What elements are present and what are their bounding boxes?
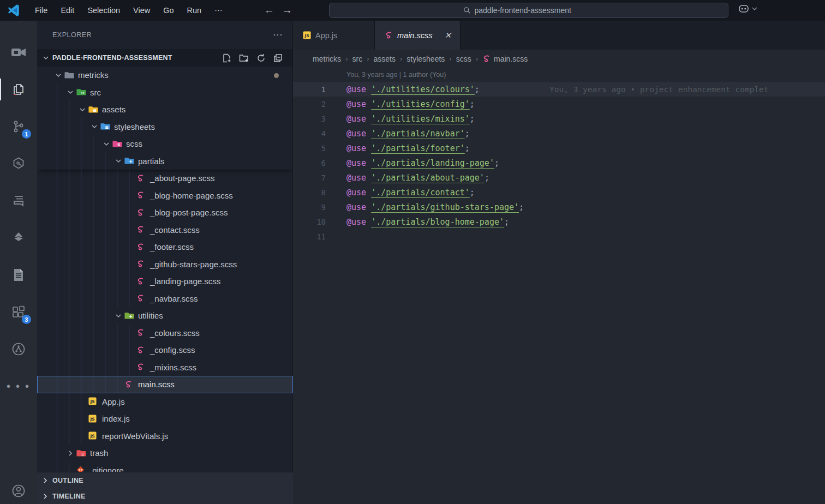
code-line-6[interactable]: 6@use './partials/landing-page';	[293, 155, 825, 170]
chevron-right-icon	[64, 450, 76, 457]
new-file-icon[interactable]	[222, 53, 231, 63]
tree-file--mixins-scss[interactable]: _mixins.scss	[37, 359, 293, 376]
tree-item-label: partials	[138, 157, 164, 166]
search-input[interactable]	[475, 6, 595, 15]
back-arrow-icon[interactable]: ←	[264, 4, 274, 16]
tree-folder-trash[interactable]: ▯ trash	[37, 445, 293, 462]
menu-run[interactable]: Run	[181, 3, 208, 17]
activity-comments-list-icon[interactable]	[0, 188, 37, 214]
svg-text:+: +	[129, 159, 133, 165]
menu-go[interactable]: Go	[157, 3, 180, 17]
close-icon[interactable]: ✕	[444, 31, 451, 40]
tree-file--contact-scss[interactable]: _contact.scss	[37, 221, 293, 239]
codelens-annotation[interactable]: You, 3 years ago | 1 author (You)	[293, 68, 825, 82]
code-line-2[interactable]: 2@use './utilities/config';	[293, 97, 825, 111]
tree-item-label: main.scss	[138, 380, 175, 389]
code-line-4[interactable]: 4@use './partials/navbar';	[293, 126, 825, 141]
js-icon: JS	[303, 31, 311, 39]
menu-file[interactable]: File	[28, 3, 54, 17]
tree-file--config-scss[interactable]: _config.scss	[37, 341, 293, 359]
tree-folder-src[interactable]: ‹› src	[37, 84, 293, 101]
activity-hexagon-node-icon[interactable]	[0, 151, 37, 177]
tree-file-index-js[interactable]: JSindex.js	[37, 410, 293, 428]
refresh-icon[interactable]	[256, 53, 266, 63]
breadcrumb-item-src[interactable]: src	[352, 55, 362, 63]
forward-arrow-icon[interactable]: →	[282, 4, 292, 16]
tree-item-label: _contact.scss	[150, 225, 200, 235]
breadcrumb-item-scss[interactable]: scss	[456, 55, 471, 63]
code-line-1[interactable]: 1@use './utilities/colours';You, 3 years…	[293, 82, 825, 97]
code-line-7[interactable]: 7@use './partials/about-page';	[293, 170, 825, 185]
code-line-10[interactable]: 10@use './partials/blog-home-page';	[293, 214, 825, 229]
project-section-header[interactable]: PADDLE-FRONTEND-ASSESSMENT	[37, 49, 292, 67]
chevron-down-icon	[64, 89, 76, 95]
tree-folder-partials[interactable]: + partials	[37, 153, 293, 170]
tab-app-js[interactable]: JSApp.js	[293, 21, 375, 50]
tree-file--blog-home-page-scss[interactable]: _blog-home-page.scss	[37, 187, 293, 205]
activity-ellipsis-icon[interactable]: • • •	[0, 373, 37, 399]
tree-file-app-js[interactable]: JSApp.js	[37, 393, 293, 411]
tree-file--navbar-scss[interactable]: _navbar.scss	[37, 290, 293, 308]
tree-folder-utilities[interactable]: + utilities	[37, 307, 293, 325]
breadcrumb: metricks›src›assets›stylesheets›scss› ma…	[293, 50, 825, 68]
activity-source-control-icon[interactable]: 1	[0, 113, 37, 140]
code-line-5[interactable]: 5@use './partials/footer';	[293, 141, 825, 155]
indent-guides	[37, 153, 293, 170]
tree-item-label: _about-page.scss	[150, 173, 214, 183]
tree-folder-assets[interactable]: ≡ assets	[37, 101, 293, 118]
menu-view[interactable]: View	[127, 3, 157, 17]
tree-file--github-stars-page-scss[interactable]: _github-stars-page.scss	[37, 256, 293, 273]
sass-icon	[136, 363, 146, 371]
tab-label: App.js	[315, 31, 337, 40]
section-timeline[interactable]: TIMELINE	[37, 488, 293, 504]
code-line-3[interactable]: 3@use './utilities/mixins';	[293, 111, 825, 126]
activity-ethereum-icon[interactable]	[0, 225, 37, 251]
breadcrumb-item-main-scss[interactable]: main.scss	[482, 55, 528, 63]
tree-folder-stylesheets[interactable]: ≡ stylesheets	[37, 118, 293, 136]
active-indicator	[0, 79, 1, 100]
code-line-9[interactable]: 9@use './partials/github-stars-page';	[293, 200, 825, 214]
explorer-more-actions-icon[interactable]: ⋯	[273, 32, 283, 38]
breadcrumb-item-stylesheets[interactable]: stylesheets	[406, 55, 445, 63]
line-number: 2	[293, 100, 326, 109]
command-center-search[interactable]	[329, 3, 728, 18]
menu-selection[interactable]: Selection	[81, 3, 127, 17]
new-folder-icon[interactable]	[239, 53, 249, 63]
indent-guides	[37, 393, 293, 411]
chevron-down-icon	[100, 141, 112, 147]
code-line-8[interactable]: 8@use './partials/contact';	[293, 185, 825, 200]
section-label: OUTLINE	[52, 477, 83, 484]
copilot-menu[interactable]	[738, 4, 757, 14]
tree-folder-metricks[interactable]: metricks	[37, 67, 293, 84]
activity-explorer-files-icon[interactable]	[0, 76, 37, 103]
breadcrumb-item-metricks[interactable]: metricks	[313, 55, 341, 63]
collapse-all-icon[interactable]	[273, 53, 283, 63]
activity-document-icon[interactable]	[0, 262, 37, 288]
tree-file-main-scss[interactable]: main.scss	[37, 376, 293, 393]
section-outline[interactable]: OUTLINE	[37, 472, 293, 488]
tree-file--about-page-scss[interactable]: _about-page.scss	[37, 170, 293, 187]
tree-file--blog-post-page-scss[interactable]: _blog-post-page.scss	[37, 204, 293, 221]
activity-video-camera-icon[interactable]	[0, 39, 37, 65]
menu-[interactable]: ⋯	[208, 3, 229, 17]
line-number: 10	[293, 218, 326, 226]
tab-main-scss[interactable]: main.scss✕	[375, 21, 461, 50]
tree-file-reportwebvitals-js[interactable]: JSreportWebVitals.js	[37, 428, 293, 445]
tree-file--colours-scss[interactable]: _colours.scss	[37, 325, 293, 342]
activity-extensions-icon[interactable]: 3	[0, 299, 37, 325]
chevron-down-icon	[88, 124, 100, 129]
sass-icon	[136, 260, 146, 268]
breadcrumb-separator: ›	[476, 55, 478, 63]
tree-folder-scss[interactable]: s scss	[37, 135, 293, 153]
activity-account-icon[interactable]	[0, 478, 37, 504]
menu-edit[interactable]: Edit	[54, 3, 81, 17]
sidebar-sections: OUTLINETIMELINE	[37, 472, 293, 504]
code-line-11[interactable]: 11	[293, 229, 825, 244]
line-number: 8	[293, 188, 326, 197]
breadcrumb-separator: ›	[400, 55, 402, 63]
tree-file--landing-page-scss[interactable]: _landing-page.scss	[37, 273, 293, 290]
breadcrumb-item-assets[interactable]: assets	[373, 55, 395, 63]
tree-file--footer-scss[interactable]: _footer.scss	[37, 238, 293, 256]
code-area[interactable]: 1@use './utilities/colours';You, 3 years…	[293, 82, 825, 244]
activity-circle-branch-icon[interactable]	[0, 336, 37, 362]
